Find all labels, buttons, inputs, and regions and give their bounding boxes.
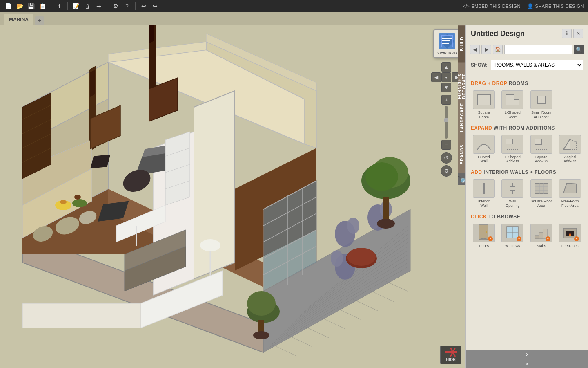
panel-home-button[interactable]: 🏠 xyxy=(493,45,503,54)
item-wall-opening[interactable]: WallOpening xyxy=(499,177,526,210)
section-drag-drop: DRAG + DROP ROOMS xyxy=(471,81,583,86)
item-interior-wall[interactable]: InteriorWall xyxy=(471,177,497,210)
square-addon-icon xyxy=(530,135,552,154)
collapse-button[interactable]: « xyxy=(466,350,588,359)
svg-rect-93 xyxy=(90,70,95,97)
section-browse: CLICK TO BROWSE... xyxy=(471,214,583,220)
item-small-room[interactable]: Small Roomor Closet xyxy=(528,89,555,121)
svg-rect-112 xyxy=(535,139,541,144)
hide-label: HIDE xyxy=(446,357,456,362)
side-tabs: BUILD FURNISH & DECORATE LANDSCAPE BRAND… xyxy=(458,25,466,185)
l-shaped-addon-icon xyxy=(501,135,523,154)
svg-rect-101 xyxy=(442,43,449,44)
item-square-floor[interactable]: Square FloorArea xyxy=(528,177,555,210)
item-square-addon[interactable]: SquareAdd-On xyxy=(528,133,555,166)
doc-icon[interactable]: 📝 xyxy=(72,2,80,10)
square-room-icon xyxy=(473,90,495,109)
doors-icon: + xyxy=(473,224,495,242)
panel-back-button[interactable]: ◀ xyxy=(470,45,480,54)
view-in-2d-button[interactable]: VIEW IN 2D xyxy=(433,29,461,58)
panel-info-button[interactable]: ℹ xyxy=(562,29,572,38)
redo-icon[interactable]: ↪ xyxy=(151,2,159,10)
svg-marker-92 xyxy=(22,303,141,328)
square-addon-label: SquareAdd-On xyxy=(535,155,548,164)
svg-point-58 xyxy=(60,200,67,204)
active-tab[interactable]: MARINA xyxy=(4,14,33,25)
nav-down-button[interactable]: ▼ xyxy=(441,83,451,92)
wall-opening-icon xyxy=(501,179,523,198)
expand-button[interactable]: » xyxy=(466,359,588,368)
svg-point-81 xyxy=(347,248,376,266)
share-button[interactable]: 👤 SHARE THIS DESIGN xyxy=(527,3,584,9)
rotate-button[interactable]: ↺ xyxy=(441,152,452,164)
item-doors[interactable]: + Doors xyxy=(471,222,497,250)
info-icon[interactable]: ℹ xyxy=(55,2,63,10)
print-icon[interactable]: 🖨 xyxy=(83,2,91,10)
doors-label: Doors xyxy=(479,244,489,248)
fireplaces-icon: + xyxy=(559,224,581,242)
item-square-room[interactable]: SquareRoom xyxy=(471,89,497,121)
embed-button[interactable]: </> EMBED THIS DESIGN xyxy=(463,4,521,9)
help-icon[interactable]: ? xyxy=(123,2,131,10)
item-l-shaped-addon[interactable]: L-ShapedAdd-On xyxy=(499,133,526,166)
interior-wall-icon xyxy=(473,179,495,198)
save-icon[interactable]: 💾 xyxy=(27,2,35,10)
zoom-in-button[interactable]: + xyxy=(441,95,451,105)
zoom-out-button[interactable]: − xyxy=(441,140,451,150)
export-icon[interactable]: ➡ xyxy=(95,2,103,10)
square-floor-icon xyxy=(530,179,552,198)
hide-button[interactable]: HIDE xyxy=(440,346,461,364)
panel-close-button[interactable]: ✕ xyxy=(573,29,583,38)
right-panel: Untitled Design ℹ ✕ ◀ ▶ 🏠 🔍 SHOW: ROOMS,… xyxy=(466,25,588,368)
search-input[interactable] xyxy=(504,45,572,54)
item-l-shaped-room[interactable]: L-ShapedRoom xyxy=(499,89,526,121)
side-tab-build[interactable]: BUILD xyxy=(458,25,466,62)
nav-center-button[interactable]: ● xyxy=(441,72,451,82)
search-go-button[interactable]: 🔍 xyxy=(574,45,584,54)
show-select[interactable]: ROOMS, WALLS & AREAS xyxy=(491,60,583,70)
open-icon[interactable]: 📂 xyxy=(16,2,24,10)
view2d-label: VIEW IN 2D xyxy=(437,51,457,55)
svg-point-56 xyxy=(74,195,81,200)
side-tab-brands[interactable]: BRANDS xyxy=(458,136,466,173)
save-as-icon[interactable]: 📋 xyxy=(38,2,47,10)
item-freeform-floor[interactable]: Free-FormFloor Area xyxy=(557,177,583,210)
stairs-label: Stairs xyxy=(537,244,546,248)
side-tab-landscape[interactable]: LANDSCAPE xyxy=(458,99,466,136)
drag-drop-grid: SquareRoom L-ShapedRoom xyxy=(471,89,583,121)
interior-wall-label: InteriorWall xyxy=(478,199,490,208)
freeform-floor-icon xyxy=(559,179,581,198)
item-stairs[interactable]: + Stairs xyxy=(528,222,555,250)
view-settings-button[interactable]: ⚙ xyxy=(441,165,452,177)
svg-point-84 xyxy=(365,162,398,191)
svg-point-66 xyxy=(200,239,220,251)
svg-rect-106 xyxy=(477,94,490,105)
nav-up-button[interactable]: ▲ xyxy=(441,62,451,72)
windows-icon: + xyxy=(501,224,523,242)
svg-point-127 xyxy=(486,231,487,233)
side-tab-search[interactable]: 🔍 xyxy=(458,173,466,185)
nav-left-button[interactable]: ◀ xyxy=(431,72,441,82)
undo-icon[interactable]: ↩ xyxy=(140,2,148,10)
item-curved-wall[interactable]: CurvedWall xyxy=(471,133,497,166)
svg-point-88 xyxy=(247,291,276,316)
side-tab-furnish[interactable]: FURNISH & DECORATE xyxy=(458,62,466,99)
item-angled-addon[interactable]: AngledAdd-On xyxy=(557,133,583,166)
canvas[interactable]: VIEW IN 2D ▲ ◀ ● ▶ ▼ + − ↺ xyxy=(0,25,466,368)
nav-controls: ▲ ◀ ● ▶ ▼ + − ↺ ⚙ xyxy=(431,62,461,177)
zoom-slider[interactable] xyxy=(445,106,448,139)
svg-rect-99 xyxy=(442,38,452,39)
angled-addon-icon xyxy=(559,135,581,154)
l-shaped-room-icon xyxy=(501,90,523,109)
item-fireplaces[interactable]: + Fireplaces xyxy=(557,222,583,250)
square-floor-label: Square FloorArea xyxy=(531,199,552,208)
panel-forward-button[interactable]: ▶ xyxy=(481,45,491,54)
panel-nav: ◀ ▶ 🏠 🔍 xyxy=(466,42,588,57)
item-windows[interactable]: + Windows xyxy=(499,222,526,250)
new-icon[interactable]: 📄 xyxy=(4,2,12,10)
sep4 xyxy=(135,2,136,10)
add-tab-button[interactable]: + xyxy=(35,16,44,25)
settings-icon[interactable]: ⚙ xyxy=(111,2,120,10)
fireplaces-label: Fireplaces xyxy=(561,244,579,248)
svg-rect-94 xyxy=(149,25,154,43)
